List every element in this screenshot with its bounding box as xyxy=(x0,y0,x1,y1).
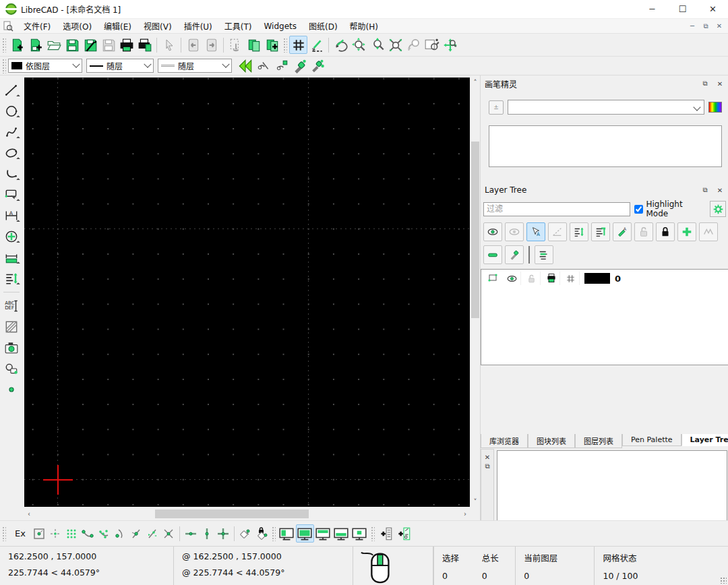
close-panel-icon[interactable]: ✕ xyxy=(483,452,492,462)
tab-layer-list[interactable]: 图层列表 xyxy=(575,434,622,448)
flatten-tree-button[interactable] xyxy=(535,245,553,264)
dimension-tool-button[interactable]: A xyxy=(2,206,21,225)
restrict-orthogonal-button[interactable] xyxy=(215,526,231,542)
maximize-button[interactable]: ☐ xyxy=(667,0,698,19)
layer-row[interactable]: 0 xyxy=(481,270,728,287)
child-close-button[interactable]: ✕ xyxy=(713,21,725,32)
zoom-previous-button-disabled[interactable] xyxy=(404,36,423,54)
highlight-mode-box[interactable] xyxy=(634,205,643,214)
layer-select-icon[interactable] xyxy=(484,272,502,285)
scroll-left-arrow[interactable]: ‹ xyxy=(24,510,34,518)
rename-layer-button[interactable]: A xyxy=(613,222,632,241)
zoom-pan-button[interactable] xyxy=(441,36,459,54)
scroll-down-arrow[interactable]: ˅ xyxy=(471,498,480,505)
remove-layer-button[interactable] xyxy=(483,245,502,264)
snap-intersection-button[interactable] xyxy=(160,526,177,542)
redraw-button[interactable] xyxy=(332,36,350,54)
pen-wizard-color-button[interactable] xyxy=(708,102,722,113)
new-document-button[interactable] xyxy=(8,36,26,54)
snap-entity-button[interactable] xyxy=(96,526,112,542)
child-restore-button[interactable]: ⧉ xyxy=(700,21,712,32)
vertical-scroll-thumb[interactable] xyxy=(471,142,479,318)
save-button[interactable] xyxy=(63,36,81,54)
snap-ortho-grid-button[interactable] xyxy=(63,526,80,542)
toolbar-grip[interactable] xyxy=(2,38,6,53)
float-panel-icon[interactable]: ⧉ xyxy=(700,185,710,195)
tab-pen-palette[interactable]: Pen Palette xyxy=(622,434,681,446)
tab-layer-tree[interactable]: Layer Tree xyxy=(681,434,728,446)
tab-block-list[interactable]: 图块列表 xyxy=(528,434,575,448)
float-panel-icon[interactable]: ⧉ xyxy=(700,79,710,88)
circle-tool-button[interactable] xyxy=(2,102,21,121)
add-layer-button[interactable] xyxy=(677,222,696,241)
hatch-tool-button[interactable] xyxy=(2,317,21,336)
highlight-mode-checkbox[interactable]: Highlight Mode xyxy=(634,199,706,218)
menu-edit[interactable]: 编辑(E) xyxy=(98,19,138,33)
sort-layers-ascending-button[interactable] xyxy=(570,222,588,241)
layer-color-swatch[interactable] xyxy=(584,273,610,284)
lock-layer-button[interactable] xyxy=(656,222,675,241)
ellipse-tool-button[interactable] xyxy=(2,144,21,162)
pick-pen-from-entity-button[interactable] xyxy=(254,57,272,75)
text-tool-button[interactable]: ABCDEF xyxy=(2,297,21,315)
undo-button-disabled[interactable] xyxy=(184,36,202,54)
scroll-right-arrow[interactable]: › xyxy=(460,510,470,518)
close-panel-icon[interactable]: ✕ xyxy=(715,79,725,88)
dock-float-button[interactable] xyxy=(351,524,369,543)
menu-widgets[interactable]: Widgets xyxy=(257,20,303,32)
dock-top-button[interactable] xyxy=(314,524,332,543)
back-button[interactable] xyxy=(236,57,254,75)
pen-linetype-select[interactable]: 随层 xyxy=(86,59,154,73)
copy-pen-button[interactable] xyxy=(291,57,309,75)
sort-layers-descending-button[interactable] xyxy=(591,222,610,241)
restrict-vertical-button[interactable] xyxy=(199,526,215,542)
layer-list[interactable]: 0 xyxy=(481,269,728,365)
menu-options[interactable]: 选项(O) xyxy=(57,19,98,33)
construction-layer-button-disabled[interactable] xyxy=(548,222,567,241)
dock-left-button[interactable] xyxy=(278,524,296,543)
zoom-window-button[interactable] xyxy=(423,36,441,54)
pen-color-select[interactable]: 依图层 xyxy=(8,59,82,73)
restrict-horizontal-button[interactable] xyxy=(183,526,199,542)
save-all-button-disabled[interactable] xyxy=(99,36,117,54)
layer-construction-icon[interactable] xyxy=(562,272,580,285)
menu-help[interactable]: 帮助(H) xyxy=(344,19,384,33)
layer-lock-icon[interactable] xyxy=(523,272,541,285)
child-window-icon[interactable] xyxy=(3,21,13,32)
measure-layer-button-disabled[interactable] xyxy=(699,222,718,241)
snap-center-button[interactable] xyxy=(112,526,128,542)
menu-plugins[interactable]: 插件(U) xyxy=(178,19,218,33)
float-panel-icon[interactable]: ⧉ xyxy=(483,462,492,471)
layer-print-icon[interactable] xyxy=(543,272,560,285)
tab-library-browser[interactable]: 库浏览器 xyxy=(481,434,528,448)
apply-pen-to-entity-button[interactable] xyxy=(272,57,291,75)
apply-pen-attributes-button[interactable] xyxy=(309,57,327,75)
select-layer-mode-button[interactable]: A xyxy=(526,222,545,241)
redo-button-disabled[interactable] xyxy=(202,36,220,54)
select-pointer-button-disabled[interactable] xyxy=(160,36,178,54)
select-tool-button[interactable] xyxy=(2,185,21,204)
polyline-tool-button[interactable] xyxy=(2,164,21,183)
toolbar-grip[interactable] xyxy=(2,526,6,541)
grid-toggle-button[interactable] xyxy=(289,36,307,54)
toolbar-grip[interactable] xyxy=(272,526,276,541)
pen-wizard-option-button[interactable]: ± xyxy=(489,100,504,115)
image-tool-button[interactable] xyxy=(2,338,21,357)
layer-settings-button[interactable] xyxy=(710,201,726,217)
save-as-button[interactable] xyxy=(81,36,99,54)
snap-endpoints-button[interactable] xyxy=(80,526,96,542)
print-button[interactable] xyxy=(117,36,135,54)
pen-width-select[interactable]: 随层 xyxy=(158,59,232,73)
edit-layer-button[interactable] xyxy=(505,245,524,264)
add-command-widget-button[interactable] xyxy=(377,524,395,543)
zoom-in-button[interactable] xyxy=(350,36,368,54)
measure-tool-button[interactable] xyxy=(2,248,21,267)
toolbar-grip[interactable] xyxy=(2,59,6,73)
close-panel-icon[interactable]: ✕ xyxy=(715,185,725,195)
draft-mode-button[interactable] xyxy=(307,36,326,54)
menu-file[interactable]: 文件(F) xyxy=(18,19,57,33)
paste-button[interactable] xyxy=(263,36,281,54)
add-pen-widget-button[interactable] xyxy=(395,524,413,543)
scroll-up-arrow[interactable]: ˄ xyxy=(471,79,480,86)
new-from-template-button[interactable] xyxy=(26,36,44,54)
